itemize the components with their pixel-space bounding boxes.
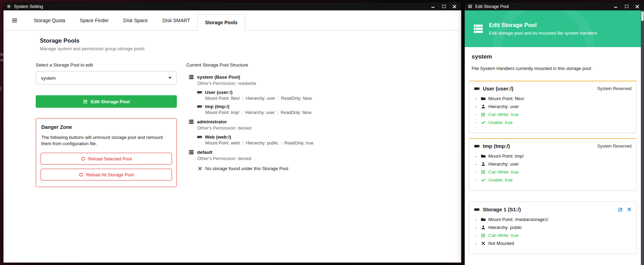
close-icon[interactable] bbox=[452, 4, 457, 9]
edit-storage-pool-button[interactable]: Edit Storage Pool bbox=[36, 95, 177, 108]
handler-detail-row: - Hierarchy: user bbox=[474, 104, 632, 109]
disk-icon bbox=[197, 104, 202, 109]
reload-selected-pool-button[interactable]: Reload Selected Pool bbox=[41, 153, 172, 165]
edit-icon bbox=[481, 170, 486, 174]
tab-disk-smart[interactable]: Disk SMART bbox=[155, 10, 197, 30]
server-icon bbox=[189, 150, 194, 155]
refresh-icon bbox=[81, 157, 85, 161]
handler-name: tmp (tmp:/) bbox=[483, 143, 510, 149]
titlebar[interactable]: Edit Storage Pool bbox=[465, 2, 644, 10]
banner-title: Edit Storage Pool bbox=[489, 22, 597, 28]
handler-detail-row: - Mount Point: tmp/ bbox=[474, 153, 632, 159]
tab-storage-quota[interactable]: Storage Quota bbox=[26, 10, 72, 30]
titlebar[interactable]: System Setting bbox=[3, 2, 461, 10]
handler-detail-row: - Hierarchy: public bbox=[474, 225, 632, 230]
handler-name: User (user:/) bbox=[205, 90, 233, 95]
edit-handler-icon[interactable] bbox=[618, 207, 623, 212]
check-icon bbox=[481, 178, 486, 182]
handler-details: Mount Point: tmp/|Hierarchy: user|ReadOn… bbox=[186, 110, 422, 115]
disk-icon bbox=[197, 90, 202, 95]
handler-name: Web (web:/) bbox=[205, 134, 231, 140]
minimize-icon[interactable] bbox=[431, 4, 435, 9]
storage-pools-page: Storage Pools Manage system and permissi… bbox=[3, 30, 461, 263]
user-icon bbox=[481, 104, 486, 109]
maximize-icon[interactable] bbox=[441, 4, 446, 9]
menu-icon[interactable] bbox=[12, 18, 17, 23]
handler-detail-row: - Not Mounted bbox=[474, 241, 632, 246]
desktop-label-fragment: ] bbox=[0, 87, 1, 90]
edit-storage-pool-label: Edit Storage Pool bbox=[91, 99, 130, 104]
pool-name: default bbox=[197, 150, 212, 155]
cross-icon bbox=[198, 166, 202, 171]
handler-detail-row: - Hierarchy: user bbox=[474, 161, 632, 167]
separator: | bbox=[242, 96, 243, 101]
refresh-icon bbox=[79, 173, 83, 177]
pool-name: administrator bbox=[197, 119, 227, 124]
danger-zone-card: Danger Zone The following buttons will u… bbox=[36, 118, 177, 187]
handler-name: Storage 1 (S1:/) bbox=[483, 206, 521, 212]
disk-icon bbox=[474, 207, 480, 212]
disk-icon bbox=[474, 143, 480, 149]
fs-handler-card: tmp (tmp:/) System Reserved - Mount Poin… bbox=[469, 138, 637, 191]
reload-all-pool-label: Reload All Storage Pool bbox=[86, 172, 134, 177]
handler-detail-row: - Usable: true bbox=[474, 177, 632, 183]
pool-entry: system (Base Pool) Other's Permission: r… bbox=[186, 74, 422, 115]
handler-detail-row: - Can Write: true bbox=[474, 233, 632, 238]
user-icon bbox=[481, 162, 486, 166]
menu-icon[interactable] bbox=[468, 4, 472, 9]
cross-icon bbox=[481, 241, 486, 246]
remove-handler-icon[interactable] bbox=[627, 207, 632, 212]
handler-details: Mount Point: web/|Hierarchy: public|Read… bbox=[186, 141, 422, 145]
banner-subtitle: Edit storage pool and its mounted file s… bbox=[489, 30, 597, 36]
pool-name: system (Base Pool) bbox=[197, 74, 240, 80]
pool-name-heading: system bbox=[469, 53, 637, 60]
scrollbar-thumb[interactable] bbox=[641, 11, 644, 21]
tab-space-finder[interactable]: Space Finder bbox=[72, 10, 116, 30]
disk-icon bbox=[197, 134, 202, 140]
disk-icon bbox=[474, 86, 480, 91]
separator: | bbox=[277, 110, 278, 115]
user-icon bbox=[481, 225, 486, 230]
folder-icon bbox=[481, 96, 486, 101]
separator: | bbox=[277, 96, 278, 101]
tab-bar: Storage Quota Space Finder Disk Space Di… bbox=[3, 10, 461, 30]
scrollbar[interactable] bbox=[641, 10, 644, 265]
pool-permission: Other's Permission: denied bbox=[186, 156, 422, 161]
edit-pool-banner: Edit Storage Pool Edit storage pool and … bbox=[465, 10, 641, 47]
fs-handler-entry: tmp (tmp:/) Mount Point: tmp/|Hierarchy:… bbox=[186, 104, 422, 115]
window-title: Edit Storage Pool bbox=[475, 4, 509, 9]
pool-permission: Other's Permission: readwrite bbox=[186, 81, 422, 86]
minimize-icon[interactable] bbox=[613, 4, 618, 9]
folder-icon bbox=[481, 154, 486, 158]
handler-detail-row: - Usable: true bbox=[474, 120, 632, 125]
handler-name: User (user:/) bbox=[483, 86, 513, 91]
handler-name: tmp (tmp:/) bbox=[205, 104, 229, 109]
server-icon bbox=[189, 74, 194, 80]
system-setting-window: System Setting Storage Quota Space Finde… bbox=[3, 2, 461, 263]
folder-icon bbox=[481, 217, 486, 222]
select-pool-label: Select a Storage Pool to edit bbox=[36, 62, 177, 68]
edit-icon bbox=[481, 233, 486, 238]
pool-entry: default Other's Permission: denied No st… bbox=[186, 150, 422, 171]
desktop-label-fragment: xt bbox=[0, 58, 3, 62]
pool-entry: administrator Other's Permission: denied… bbox=[186, 119, 422, 145]
fs-handler-card: Storage 1 (S1:/) - Mount Point bbox=[469, 202, 637, 254]
handler-detail-row: - Mount Point: files/ bbox=[474, 96, 632, 101]
separator: | bbox=[242, 110, 243, 115]
page-subtitle: Manage system and permission group stora… bbox=[40, 46, 145, 51]
close-icon[interactable] bbox=[635, 4, 639, 9]
handler-detail-row: - Can Write: true bbox=[474, 169, 632, 175]
reload-all-pool-button[interactable]: Reload All Storage Pool bbox=[41, 169, 172, 180]
empty-pool-message: No storage found under this Storage Pool bbox=[186, 166, 422, 171]
handler-detail-row: - Mount Point: /media/storage1/ bbox=[474, 217, 632, 222]
handler-detail-row: - Can Write: true bbox=[474, 112, 632, 117]
tab-storage-pools[interactable]: Storage Pools bbox=[197, 14, 245, 30]
pool-permission: Other's Permission: denied bbox=[186, 125, 422, 131]
storage-pool-select[interactable]: system bbox=[36, 71, 177, 85]
maximize-icon[interactable] bbox=[624, 4, 629, 9]
tab-disk-space[interactable]: Disk Space bbox=[116, 10, 155, 30]
gear-icon bbox=[7, 4, 11, 9]
danger-zone-title: Danger Zone bbox=[41, 124, 172, 130]
fs-handler-entry: User (user:/) Mount Point: files/|Hierar… bbox=[186, 90, 422, 101]
separator: | bbox=[281, 141, 282, 145]
